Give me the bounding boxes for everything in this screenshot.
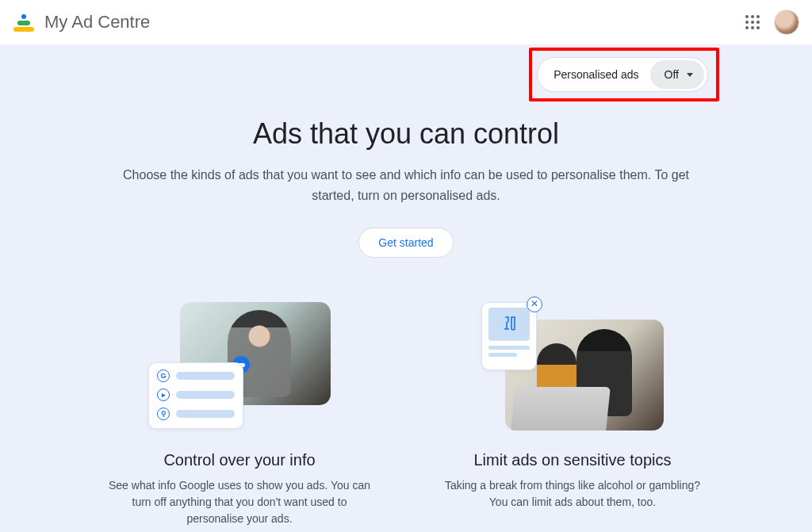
account-avatar[interactable] [774, 10, 799, 35]
close-icon: ✕ [527, 297, 542, 312]
annotation-highlight: Personalised ads Off [529, 48, 719, 101]
feature-illustration: ✕ [473, 302, 672, 437]
apps-grid-icon[interactable] [745, 15, 760, 29]
personalised-ads-label: Personalised ads [553, 68, 638, 81]
get-started-button[interactable]: Get started [358, 228, 453, 258]
app-logo-icon [13, 11, 35, 33]
feature-title: Control over your info [163, 451, 315, 469]
personalised-ads-value: Off [665, 68, 679, 81]
feature-description: See what info Google uses to show you ad… [105, 477, 374, 527]
topic-card: ✕ [481, 302, 537, 370]
page-title: Ads that you can control [253, 117, 559, 151]
list-item: ⚲ [157, 408, 235, 420]
list-item: G [157, 369, 235, 382]
personalised-ads-control: Personalised ads Off [537, 57, 708, 92]
personalised-ads-dropdown[interactable]: Off [650, 60, 704, 89]
header-left: My Ad Centre [13, 11, 150, 33]
list-item: ▸ [157, 388, 235, 401]
feature-illustration: G ▸ ⚲ [140, 302, 339, 437]
feature-control-info: G ▸ ⚲ Control over your info [105, 302, 374, 527]
feature-row: G ▸ ⚲ Control over your info [93, 302, 719, 527]
alcohol-icon [488, 308, 530, 341]
hero-section: Ads that you can control Choose the kind… [93, 117, 719, 258]
feature-description: Taking a break from things like alcohol … [438, 477, 707, 511]
page-subtitle: Choose the kinds of ads that you want to… [105, 165, 707, 205]
location-pin-icon: ⚲ [157, 408, 170, 420]
app-title: My Ad Centre [44, 12, 150, 33]
page-body: Personalised ads Off Ads that you can co… [0, 44, 812, 532]
app-header: My Ad Centre [0, 0, 812, 44]
header-right [745, 10, 799, 35]
info-list-card: G ▸ ⚲ [148, 362, 243, 429]
video-icon: ▸ [157, 388, 170, 401]
google-icon: G [157, 369, 170, 382]
chevron-down-icon [687, 73, 693, 77]
feature-limit-topics: ✕ Limit ads on sensitive topics Taking a… [438, 302, 707, 527]
content-column: Personalised ads Off Ads that you can co… [93, 44, 719, 527]
feature-title: Limit ads on sensitive topics [473, 451, 671, 469]
